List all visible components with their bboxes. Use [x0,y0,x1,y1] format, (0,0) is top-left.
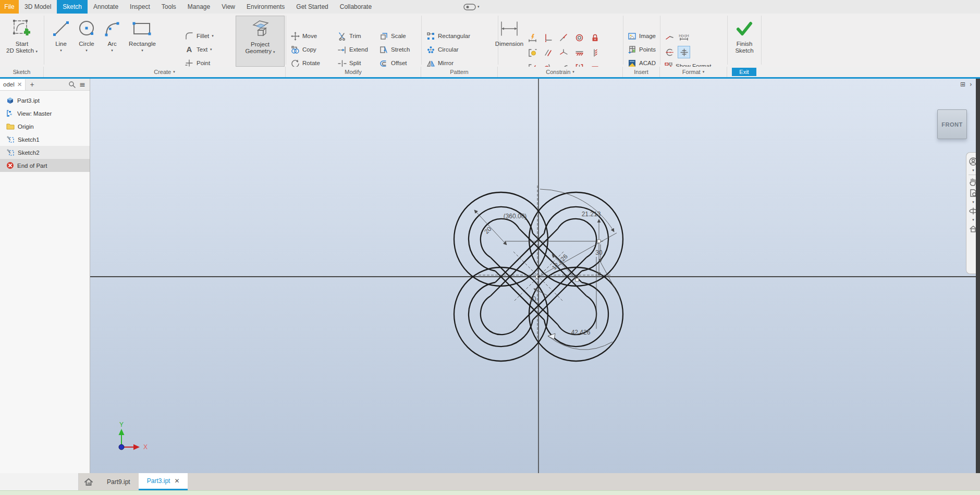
right-dock-strip [976,79,980,490]
group-label-exit[interactable]: Exit [727,67,761,77]
insert-points-button[interactable]: Points [627,43,657,56]
group-label-constrain[interactable]: Constrain▾ [498,67,623,77]
circle-button[interactable]: Circle▾ [74,16,99,66]
tree-item-sketch2[interactable]: Sketch2 [0,146,90,159]
tree-item-origin[interactable]: Origin [0,120,90,133]
origin-point[interactable] [537,276,540,278]
text-button[interactable]: A Text▾ [183,43,213,56]
ribbon-display-toggle[interactable]: ▾ [463,0,480,14]
circular-pattern-icon [426,45,435,54]
insert-image-button[interactable]: Image [627,29,657,43]
center-point-button[interactable] [678,46,690,58]
tab-collaborate[interactable]: Collaborate [334,0,377,14]
dim-angle[interactable]: (360.00) [504,213,527,220]
sketch-icon [6,135,15,143]
chevron-down-icon[interactable]: ▾ [972,200,974,204]
finish-sketch-button[interactable]: Finish Sketch [730,16,759,66]
scale-button[interactable]: Scale [378,29,407,43]
close-icon[interactable]: ✕ [17,81,22,88]
parallel-icon [544,48,553,57]
expand-panel-icon[interactable]: › [970,81,972,88]
origin-ball [119,444,124,450]
rectangle-button[interactable]: Rectangle▾ [125,16,160,66]
end-of-part-icon [6,162,14,169]
search-icon[interactable] [68,81,76,89]
file-menu-button[interactable]: File [0,0,19,14]
driven-dimension-button[interactable]: H(x)H [678,31,690,43]
start-2d-sketch-button[interactable]: Start 2D Sketch ▾ [2,16,42,66]
chevron-down-icon[interactable]: ▾ [972,218,974,222]
arc-button[interactable]: Arc▾ [100,16,124,66]
rectangular-pattern-button[interactable]: Rectangular [425,29,471,43]
sketch-canvas[interactable]: (360.00) 20 21.213 30 12.426 10 42.426 Y… [90,79,976,473]
ribbon-group-labels: Sketch Create▾ Modify Pattern Constrain▾… [0,67,980,77]
browser-header: odel ✕ + ≡ [0,79,90,91]
home-icon [84,477,93,487]
tree-item-end-of-part[interactable]: End of Part [0,159,90,172]
start-2d-sketch-label: Start [16,41,28,47]
constraint-settings-icon [528,48,537,57]
doc-tab-part9[interactable]: Part9.ipt [99,473,139,490]
dimension-texts: (360.00) 20 21.213 30 12.426 10 42.426 [483,211,603,336]
copy-button[interactable]: Copy [290,43,317,56]
model-browser: odel ✕ + ≡ Part3.ipt View: Master [0,79,90,473]
group-label-create[interactable]: Create▾ [44,67,286,77]
browser-tab-model[interactable]: odel ✕ [0,79,26,90]
fillet-icon [185,31,194,41]
tangent-constraint-button[interactable] [557,46,570,59]
tab-environments[interactable]: Environments [241,0,290,14]
group-label-format[interactable]: Format▾ [660,67,727,77]
dim-42[interactable]: 42.426 [571,329,591,336]
construction-line-button[interactable] [663,31,676,43]
view-cube-face-label[interactable]: FRONT [941,121,962,128]
browser-menu-icon[interactable]: ≡ [79,80,85,89]
tab-3d-model[interactable]: 3D Model [19,0,57,14]
close-icon[interactable]: ✕ [174,477,179,485]
fix-constraint-button[interactable] [588,31,602,44]
tree-item-view-master[interactable]: View: Master [0,107,90,120]
fillet-button[interactable]: Fillet▾ [183,29,215,43]
lock-icon [591,33,599,42]
dimension-button[interactable]: Dimension [495,16,523,66]
move-button[interactable]: Move [290,29,318,43]
project-geometry-button[interactable]: Project Geometry ▾ [236,16,285,67]
split-icon [338,59,347,68]
line-button[interactable]: Line▾ [49,16,73,66]
auto-dimension-button[interactable] [525,31,539,44]
circular-pattern-button[interactable]: Circular [425,43,460,56]
tree-item-sketch1[interactable]: Sketch1 [0,133,90,146]
view-cube[interactable]: FRONT [937,109,967,139]
tab-view[interactable]: View [216,0,241,14]
split-view-icon[interactable]: ⊞ [960,81,965,88]
group-label-pattern: Pattern [421,67,498,77]
trim-button[interactable]: Trim [337,29,362,43]
coincident-constraint-button[interactable] [557,31,570,44]
collinear-constraint-button[interactable] [588,46,602,59]
coordinate-triad: Y X [119,421,148,451]
offset-icon [379,59,388,68]
tab-annotate[interactable]: Annotate [88,0,124,14]
driven-dimension-icon: H(x)H [679,33,689,42]
centerline-button[interactable] [663,46,676,58]
tree-item-part[interactable]: Part3.ipt [0,94,90,107]
parallel-constraint-button[interactable] [541,46,555,59]
sketch-drawing[interactable]: (360.00) 20 21.213 30 12.426 10 42.426 Y… [90,79,976,473]
extend-button[interactable]: Extend [337,43,369,56]
tab-manage[interactable]: Manage [182,0,216,14]
add-tab-button[interactable]: + [26,80,38,89]
project-geometry-icon [249,19,271,40]
dim-21[interactable]: 21.213 [582,211,601,218]
stretch-button[interactable]: Stretch [378,43,411,56]
tab-tools[interactable]: Tools [156,0,182,14]
perpendicular-constraint-button[interactable] [541,31,555,44]
tab-inspect[interactable]: Inspect [124,0,156,14]
dim-30[interactable]: 30 [595,249,603,256]
doc-tab-part3[interactable]: Part3.ipt ✕ [139,473,188,490]
tab-sketch[interactable]: Sketch [57,0,88,14]
tab-get-started[interactable]: Get Started [290,0,334,14]
home-tab-button[interactable] [79,473,99,490]
ground-constraint-button[interactable] [572,46,586,59]
concentric-constraint-button[interactable] [572,31,586,44]
chevron-down-icon[interactable]: ▾ [972,168,974,172]
constraint-settings-button[interactable] [525,46,539,59]
